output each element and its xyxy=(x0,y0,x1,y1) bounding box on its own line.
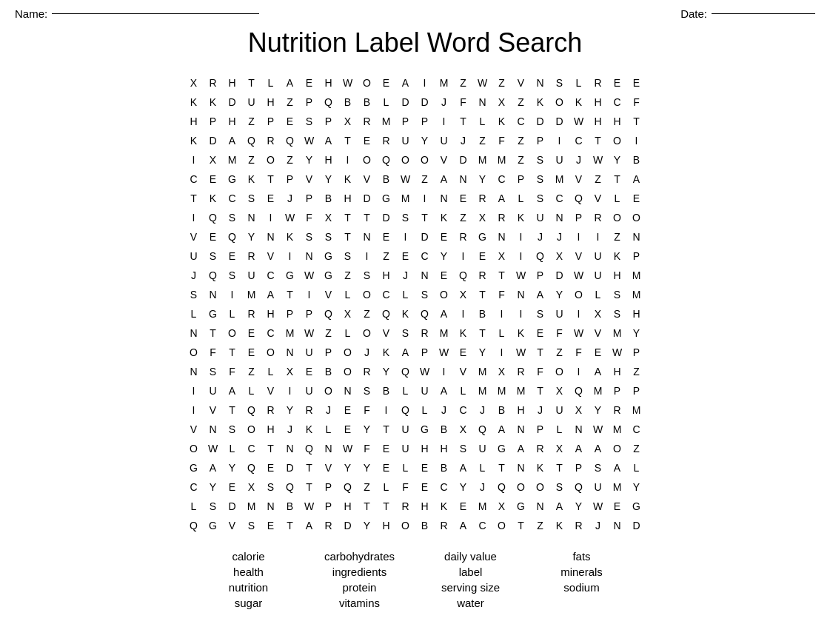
grid-cell: S xyxy=(608,285,627,304)
grid-cell: M xyxy=(223,150,242,170)
grid-cell: P xyxy=(415,343,435,362)
grid-cell: O xyxy=(358,285,377,304)
grid-cell: C xyxy=(435,477,454,497)
word-item: serving size xyxy=(415,581,526,594)
grid-cell: I xyxy=(184,208,204,227)
grid-cell: K xyxy=(184,93,204,112)
grid-cell: T xyxy=(473,323,492,343)
grid-cell: H xyxy=(338,189,358,208)
grid-cell: O xyxy=(261,150,281,170)
grid-cell: D xyxy=(377,208,396,227)
grid-cell: E xyxy=(338,420,358,439)
grid-cell: T xyxy=(608,170,627,189)
grid-cell: V xyxy=(377,323,396,343)
grid-cell: G xyxy=(377,189,396,208)
grid-cell: V xyxy=(184,420,204,439)
grid-cell: J xyxy=(531,400,550,420)
grid-cell: C xyxy=(473,516,492,535)
grid-cell: W xyxy=(589,420,608,439)
grid-cell: U xyxy=(589,246,608,266)
grid-cell: G xyxy=(281,266,300,285)
grid-cell: U xyxy=(242,266,261,285)
grid-cell: L xyxy=(492,323,512,343)
grid-cell: Y xyxy=(435,246,454,266)
word-item: minerals xyxy=(526,566,637,578)
grid-cell: U xyxy=(550,150,569,170)
word-list: caloriecarbohydratesdaily valuefatshealt… xyxy=(0,550,830,609)
grid-cell: T xyxy=(531,381,550,400)
grid-cell: U xyxy=(550,304,569,323)
grid-cell: M xyxy=(377,112,396,131)
grid-cell: W xyxy=(415,362,435,381)
grid-cell: E xyxy=(261,516,281,535)
grid-cell: E xyxy=(608,73,627,93)
grid-cell: G xyxy=(319,246,338,266)
grid-cell: J xyxy=(473,477,492,497)
grid-cell: Y xyxy=(242,227,261,246)
grid-cell: M xyxy=(608,477,627,497)
grid-cell: Z xyxy=(512,150,531,170)
grid-cell: W xyxy=(300,497,319,516)
grid-cell: Q xyxy=(396,362,415,381)
grid-cell: M xyxy=(396,189,415,208)
grid-cell: Z xyxy=(377,246,396,266)
grid-cell: J xyxy=(358,343,377,362)
grid-cell: M xyxy=(627,400,646,420)
grid-cell: Q xyxy=(242,400,261,420)
grid-cell: C xyxy=(242,439,261,458)
grid-cell: S xyxy=(531,150,550,170)
grid-cell: T xyxy=(281,285,300,304)
grid-cell: Y xyxy=(358,516,377,535)
grid-cell: U xyxy=(396,439,415,458)
grid-cell: V xyxy=(512,73,531,93)
grid-cell: S xyxy=(204,497,223,516)
grid-cell: P xyxy=(569,458,589,477)
grid-cell: T xyxy=(454,112,473,131)
grid-cell: C xyxy=(608,93,627,112)
grid-cell: T xyxy=(300,458,319,477)
grid-cell: R xyxy=(589,208,608,227)
grid-cell: Q xyxy=(377,304,396,323)
grid-cell: Q xyxy=(377,150,396,170)
grid-cell: N xyxy=(281,439,300,458)
grid-cell: L xyxy=(396,381,415,400)
grid-cell: R xyxy=(358,362,377,381)
grid-cell: U xyxy=(396,131,415,150)
grid-cell: A xyxy=(319,131,338,150)
grid-cell: K xyxy=(184,131,204,150)
grid-cell: F xyxy=(531,362,550,381)
grid-cell: R xyxy=(492,208,512,227)
grid-cell: R xyxy=(608,400,627,420)
grid-cell: W xyxy=(569,266,589,285)
grid-cell: Q xyxy=(223,227,242,246)
grid-cell: P xyxy=(415,112,435,131)
grid-cell: A xyxy=(281,73,300,93)
grid-cell: I xyxy=(492,343,512,362)
grid-cell: F xyxy=(396,477,415,497)
grid-cell: B xyxy=(377,170,396,189)
grid-cell: X xyxy=(454,285,473,304)
grid-cell: O xyxy=(242,420,261,439)
grid-cell: J xyxy=(184,266,204,285)
grid-cell: G xyxy=(223,170,242,189)
grid-cell: B xyxy=(415,516,435,535)
grid-cell: O xyxy=(627,208,646,227)
grid-cell: K xyxy=(435,208,454,227)
word-row: nutritionproteinserving sizesodium xyxy=(193,581,637,594)
grid-cell: L xyxy=(184,304,204,323)
grid-cell: E xyxy=(242,343,261,362)
grid-cell: S xyxy=(358,266,377,285)
grid-cell: X xyxy=(454,420,473,439)
grid-cell: E xyxy=(358,131,377,150)
grid-cell: Z xyxy=(454,208,473,227)
grid-cell: X xyxy=(184,73,204,93)
grid-cell: P xyxy=(531,131,550,150)
word-item: calorie xyxy=(193,550,304,563)
grid-cell: R xyxy=(358,112,377,131)
grid-cell: H xyxy=(377,516,396,535)
grid-cell: M xyxy=(281,323,300,343)
grid-cell: U xyxy=(589,266,608,285)
grid-cell: I xyxy=(261,208,281,227)
grid-cell: E xyxy=(377,458,396,477)
grid-cell: P xyxy=(627,343,646,362)
